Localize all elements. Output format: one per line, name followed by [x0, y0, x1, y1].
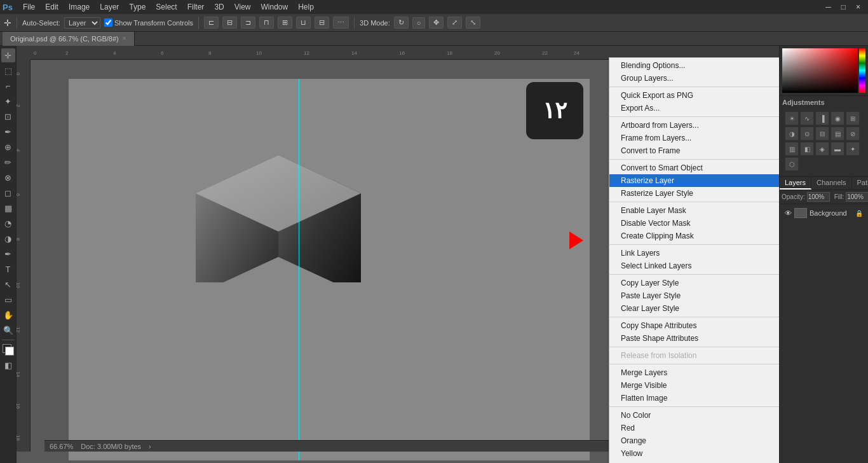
- tab-close-btn[interactable]: ×: [123, 35, 126, 42]
- menu-window[interactable]: Window: [256, 1, 294, 13]
- adj-color-balance[interactable]: ⊞: [846, 111, 860, 125]
- 3d-roll-btn[interactable]: ○: [412, 17, 426, 29]
- layer-visibility-icon[interactable]: 👁: [785, 209, 792, 217]
- canvas-area[interactable]: 0 2 4 6 8 10 12 14 16 18 20 22 24 0 2 4 …: [17, 46, 779, 463]
- color-swatch[interactable]: [782, 48, 858, 93]
- ctx-item-yellow[interactable]: Yellow: [609, 447, 779, 460]
- opacity-input[interactable]: [807, 192, 830, 202]
- ctx-item-enable-layer-mask[interactable]: Enable Layer Mask: [609, 204, 779, 217]
- document-tab[interactable]: Original.psd @ 66.7% (C, RGB/8#) ×: [3, 32, 135, 46]
- adj-selective-color[interactable]: ◈: [815, 142, 829, 156]
- tool-zoom[interactable]: 🔍: [1, 323, 15, 337]
- ctx-item-no-color[interactable]: No Color: [609, 409, 779, 422]
- ctx-item-green[interactable]: Green: [609, 460, 779, 463]
- ctx-item-paste-layer-style[interactable]: Paste Layer Style: [609, 289, 779, 302]
- window-minimize[interactable]: ─: [820, 3, 836, 11]
- 3d-rotate-btn[interactable]: ↻: [394, 17, 409, 29]
- adj-channel-mixer[interactable]: ⊟: [815, 127, 829, 141]
- adj-color-lookup[interactable]: ▤: [831, 127, 844, 141]
- adj-gradient-map[interactable]: ▬: [831, 142, 844, 156]
- menu-layer[interactable]: Layer: [95, 1, 124, 13]
- align-center-v-btn[interactable]: ⊞: [278, 17, 292, 29]
- tool-healing[interactable]: ⊕: [1, 140, 15, 154]
- align-center-h-btn[interactable]: ⊟: [222, 17, 237, 29]
- adj-vibrance[interactable]: ✦: [846, 142, 860, 156]
- align-right-btn[interactable]: ⊐: [241, 17, 255, 29]
- ctx-item-merge-layers[interactable]: Merge Layers: [609, 366, 779, 379]
- adj-invert[interactable]: ⊘: [846, 127, 860, 141]
- tool-hand[interactable]: ✋: [1, 308, 15, 322]
- ctx-item-disable-vector-mask[interactable]: Disable Vector Mask: [609, 217, 779, 230]
- tool-eraser[interactable]: ◻: [1, 186, 15, 200]
- tool-move[interactable]: ✛: [1, 48, 15, 62]
- adj-exposure[interactable]: ⬡: [785, 157, 799, 171]
- ctx-item-quick-export[interactable]: Quick Export as PNG: [609, 89, 779, 102]
- ctx-item-create-clipping-mask[interactable]: Create Clipping Mask: [609, 230, 779, 242]
- window-maximize[interactable]: □: [836, 3, 851, 11]
- menu-file[interactable]: File: [18, 1, 40, 13]
- ctx-item-group-layers[interactable]: Group Layers...: [609, 72, 779, 85]
- menu-type[interactable]: Type: [124, 1, 151, 13]
- tool-foreground-color[interactable]: [1, 343, 15, 357]
- ctx-item-rasterize-layer-style[interactable]: Rasterize Layer Style: [609, 187, 779, 200]
- ctx-item-orange[interactable]: Orange: [609, 434, 779, 447]
- ctx-item-convert-smart-object[interactable]: Convert to Smart Object: [609, 162, 779, 174]
- ctx-item-rasterize-layer[interactable]: Rasterize Layer: [609, 174, 779, 187]
- tool-shape[interactable]: ▭: [1, 293, 15, 307]
- tool-pen[interactable]: ✒: [1, 247, 15, 261]
- tool-type[interactable]: T: [1, 262, 15, 276]
- menu-select[interactable]: Select: [151, 1, 182, 13]
- tool-gradient[interactable]: ▦: [1, 201, 15, 215]
- ctx-item-artboard-from-layers[interactable]: Artboard from Layers...: [609, 119, 779, 132]
- ctx-item-flatten-image[interactable]: Flatten Image: [609, 392, 779, 404]
- align-left-btn[interactable]: ⊏: [204, 17, 219, 29]
- ctx-item-select-linked-layers[interactable]: Select Linked Layers: [609, 259, 779, 272]
- ctx-item-paste-shape-attributes[interactable]: Paste Shape Attributes: [609, 332, 779, 345]
- adj-photo-filter[interactable]: ⊙: [800, 127, 814, 141]
- tool-eyedropper[interactable]: ✒: [1, 125, 15, 139]
- adj-threshold[interactable]: ◧: [800, 142, 814, 156]
- tool-crop[interactable]: ⊡: [1, 109, 15, 123]
- ctx-item-convert-to-frame[interactable]: Convert to Frame: [609, 144, 779, 157]
- layer-item-background[interactable]: 👁 Background 🔒: [782, 207, 865, 219]
- 3d-pan-btn[interactable]: ✥: [429, 17, 444, 29]
- tool-clone[interactable]: ⊗: [1, 170, 15, 184]
- ctx-item-red[interactable]: Red: [609, 422, 779, 434]
- adj-levels[interactable]: ▐: [815, 111, 829, 125]
- tool-path-select[interactable]: ↖: [1, 277, 15, 291]
- distribute-btn[interactable]: ⊟: [315, 17, 329, 29]
- menu-edit[interactable]: Edit: [40, 1, 64, 13]
- menu-3d[interactable]: 3D: [209, 1, 229, 13]
- ctx-item-link-layers[interactable]: Link Layers: [609, 247, 779, 259]
- ctx-item-frame-from-layers[interactable]: Frame from Layers...: [609, 132, 779, 144]
- adj-posterize[interactable]: ▥: [785, 142, 799, 156]
- ctx-item-export-as[interactable]: Export As...: [609, 102, 779, 114]
- 3d-slide-btn[interactable]: ⤢: [447, 17, 462, 29]
- ctx-item-copy-shape-attributes[interactable]: Copy Shape Attributes: [609, 319, 779, 332]
- menu-filter[interactable]: Filter: [182, 1, 210, 13]
- 3d-scale-btn[interactable]: ⤡: [466, 17, 480, 29]
- auto-select-dropdown[interactable]: Layer Group: [64, 17, 100, 29]
- adj-curves[interactable]: ∿: [800, 111, 814, 125]
- menu-help[interactable]: Help: [293, 1, 319, 13]
- tool-dodge[interactable]: ◑: [1, 232, 15, 245]
- tool-magic-wand[interactable]: ✦: [1, 94, 15, 108]
- tab-channels[interactable]: Channels: [811, 177, 851, 190]
- tool-marquee[interactable]: ⬚: [1, 64, 15, 78]
- move-tool-icon[interactable]: ✛: [4, 18, 11, 28]
- tool-lasso[interactable]: ⌐: [1, 79, 15, 93]
- adj-black-white[interactable]: ◑: [785, 127, 799, 141]
- fill-input[interactable]: [846, 192, 868, 202]
- align-bottom-btn[interactable]: ⊔: [296, 17, 311, 29]
- tool-brush[interactable]: ✏: [1, 155, 15, 169]
- tab-paths[interactable]: Paths: [852, 177, 868, 190]
- ctx-item-copy-layer-style[interactable]: Copy Layer Style: [609, 277, 779, 289]
- adj-hue[interactable]: ◉: [831, 111, 844, 125]
- show-transform-checkbox[interactable]: [104, 18, 112, 27]
- ctx-item-merge-visible[interactable]: Merge Visible: [609, 379, 779, 392]
- status-arrow[interactable]: ›: [149, 443, 151, 450]
- adj-brightness[interactable]: ☀: [785, 111, 799, 125]
- ctx-item-blending-options[interactable]: Blending Options...: [609, 59, 779, 72]
- tool-mode[interactable]: ◧: [1, 358, 15, 372]
- ctx-item-clear-layer-style[interactable]: Clear Layer Style: [609, 302, 779, 315]
